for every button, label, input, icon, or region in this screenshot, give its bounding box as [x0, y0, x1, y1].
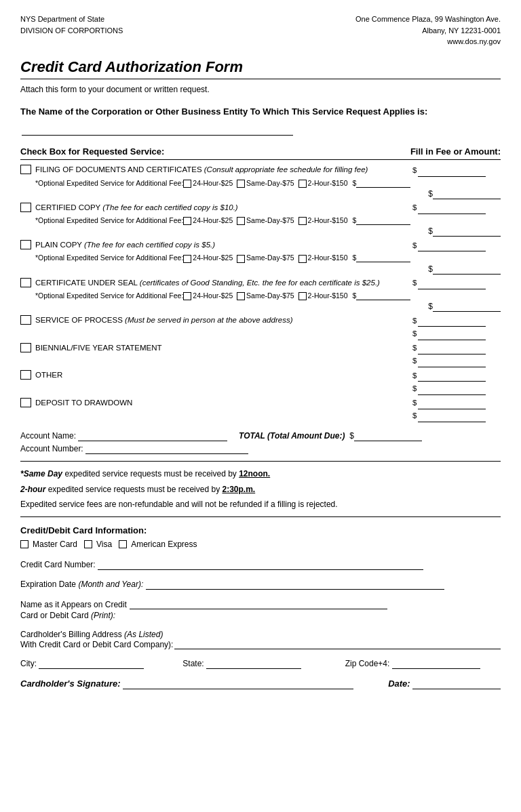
account-name-input[interactable] — [78, 431, 227, 441]
service-left-plain: PLAIN COPY (The fee for each certified c… — [20, 239, 412, 251]
name-on-card-input[interactable] — [130, 599, 387, 609]
service-row-process: SERVICE OF PROCESS (Must be served in pe… — [20, 314, 501, 341]
visa-label: Visa — [96, 540, 112, 549]
account-section: Account Name: TOTAL (Total Amount Due:) … — [20, 431, 501, 454]
note-2hour: 2-hour expedited service requests must b… — [20, 483, 501, 496]
service-left-biennial: BIENNIAL/FIVE YEAR STATEMENT — [20, 342, 412, 354]
expiration-date-italic: (Month and Year): — [78, 580, 143, 589]
checkbox-visa[interactable] — [84, 540, 92, 548]
notes-divider-bottom — [20, 516, 501, 517]
service-fees-certified: $ — [412, 202, 501, 215]
service-left-other: OTHER — [20, 369, 412, 381]
optional-filing: *Optional Expedited Service for Addition… — [20, 179, 501, 188]
checkbox-sameday-certified[interactable] — [237, 217, 245, 225]
service-left-filing: FILING OF DOCUMENTS AND CERTIFICATES (Co… — [20, 164, 412, 176]
service-row-other: OTHER $ $ — [20, 369, 501, 396]
name-on-card-label-line2: Card or Debit Card — [20, 611, 91, 620]
service-left-certificate: CERTIFICATE UNDER SEAL (certificates of … — [20, 277, 412, 289]
address-line2: Albany, NY 12231-0001 — [355, 25, 501, 37]
checkbox-certificate[interactable] — [20, 278, 31, 287]
checkbox-filing[interactable] — [20, 165, 31, 174]
signature-input[interactable] — [123, 679, 353, 689]
optional-certificate: *Optional Expedited Service for Addition… — [20, 291, 501, 300]
card-info-section: Credit/Debit Card Information: Master Ca… — [20, 525, 501, 689]
service-left-process: SERVICE OF PROCESS (Must be served in pe… — [20, 314, 412, 326]
service-row-biennial: BIENNIAL/FIVE YEAR STATEMENT $ $ — [20, 342, 501, 369]
zip-input[interactable] — [392, 659, 480, 669]
billing-address-input[interactable] — [174, 639, 501, 649]
checkbox-24hr-filing[interactable] — [183, 180, 191, 188]
account-number-input[interactable] — [85, 444, 248, 454]
total-label: TOTAL (Total Amount Due:) — [239, 431, 345, 441]
state-label: State: — [182, 659, 204, 668]
checkbox-24hr-certificate[interactable] — [183, 292, 191, 300]
signature-col: Cardholder's Signature: — [20, 678, 353, 689]
org-line1: NYS Department of State — [20, 14, 123, 25]
service-fees-biennial: $ $ — [412, 342, 501, 369]
service-fees-plain: $ — [412, 239, 501, 252]
notes-section: *Same Day expedited service requests mus… — [20, 461, 501, 517]
service-label-other: OTHER — [35, 369, 62, 381]
checkbox-sameday-plain[interactable] — [237, 255, 245, 263]
billing-address-label-line2: With Credit Card or Debit Card Company): — [20, 640, 173, 649]
service-fees-process: $ $ — [412, 314, 501, 341]
account-name-row: Account Name: TOTAL (Total Amount Due:) … — [20, 431, 422, 441]
corp-name-section: The Name of the Corporation or Other Bus… — [20, 104, 501, 136]
date-input[interactable] — [412, 679, 501, 689]
checkbox-2hr-certified[interactable] — [298, 217, 307, 225]
checkbox-deposit[interactable] — [20, 398, 31, 407]
notes-divider-top — [20, 461, 501, 462]
checkbox-2hr-certificate[interactable] — [298, 292, 307, 300]
address-line1: One Commence Plaza, 99 Washington Ave. — [355, 14, 501, 25]
checkbox-mastercard[interactable] — [20, 540, 28, 548]
checkbox-biennial[interactable] — [20, 343, 31, 352]
optional-certified: *Optional Expedited Service for Addition… — [20, 216, 501, 225]
service-fees-filing: $ — [412, 164, 501, 177]
name-on-card-italic: (Print): — [91, 611, 115, 620]
header-right: One Commence Plaza, 99 Washington Ave. A… — [355, 14, 501, 47]
checkbox-2hr-plain[interactable] — [298, 255, 307, 263]
city-input[interactable] — [39, 659, 144, 669]
account-number-row: Account Number: — [20, 444, 501, 454]
total-amount-input[interactable] — [354, 431, 422, 441]
date-label: Date: — [388, 678, 410, 689]
checkbox-plain[interactable] — [20, 240, 31, 249]
card-info-title: Credit/Debit Card Information: — [20, 525, 501, 535]
service-label-plain: PLAIN COPY (The fee for each certified c… — [35, 239, 215, 251]
checkbox-certified[interactable] — [20, 203, 31, 212]
billing-address-italic: (As Listed) — [124, 630, 163, 639]
org-line2: DIVISION OF CORPORTIONS — [20, 25, 123, 37]
billing-address-label-line1: Cardholder's Billing Address — [20, 630, 124, 639]
services-header-right: Fill in Fee or Amount: — [410, 146, 501, 157]
mastercard-label: Master Card — [33, 540, 77, 549]
amex-label: American Express — [131, 540, 197, 549]
checkbox-amex[interactable] — [119, 540, 127, 548]
checkbox-24hr-plain[interactable] — [183, 255, 191, 263]
services-header-left: Check Box for Requested Service: — [20, 146, 164, 157]
checkbox-process[interactable] — [20, 315, 31, 325]
expiration-date-input[interactable] — [146, 580, 444, 590]
corp-name-input[interactable] — [22, 119, 293, 136]
checkbox-sameday-filing[interactable] — [237, 180, 245, 188]
service-row-plain: PLAIN COPY (The fee for each certified c… — [20, 239, 501, 252]
service-label-certified: CERTIFIED COPY (The fee for each certifi… — [35, 202, 238, 214]
account-number-label: Account Number: — [20, 444, 83, 453]
expiration-date-label: Expiration Date — [20, 580, 78, 589]
checkbox-other[interactable] — [20, 370, 31, 380]
name-on-card-row: Name as it Appears on Credit Card or Deb… — [20, 599, 501, 620]
service-label-certificate: CERTIFICATE UNDER SEAL (certificates of … — [35, 277, 380, 289]
signature-label: Cardholder's Signature: — [20, 678, 121, 689]
optional-plain: *Optional Expedited Service for Addition… — [20, 253, 501, 262]
services-header: Check Box for Requested Service: Fill in… — [20, 146, 501, 160]
checkbox-sameday-certificate[interactable] — [237, 292, 245, 300]
service-row-certified: CERTIFIED COPY (The fee for each certifi… — [20, 202, 501, 215]
corp-name-label: The Name of the Corporation or Other Bus… — [20, 106, 427, 117]
card-type-visa: Visa — [84, 540, 112, 549]
credit-card-number-input[interactable] — [98, 560, 423, 570]
checkbox-24hr-certified[interactable] — [183, 217, 191, 225]
checkbox-2hr-filing[interactable] — [298, 180, 307, 188]
form-title: Credit Card Authorization Form — [20, 58, 501, 76]
city-state-zip-row: City: State: Zip Code+4: — [20, 659, 501, 669]
state-input[interactable] — [206, 659, 301, 669]
signature-row: Cardholder's Signature: Date: — [20, 678, 501, 689]
